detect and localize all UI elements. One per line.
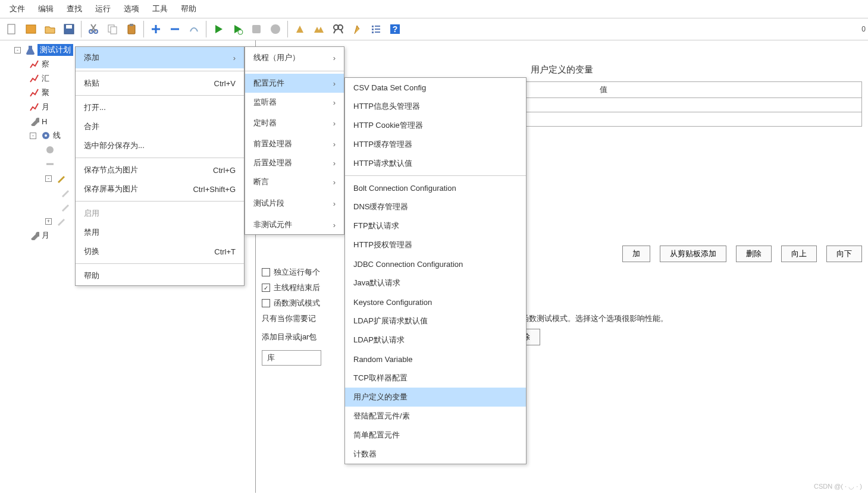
watermark: CSDN @( · ◡ · ) bbox=[814, 483, 862, 490]
delete-button[interactable]: 删除 bbox=[736, 246, 772, 262]
ctx-add[interactable]: 添加› bbox=[76, 47, 244, 68]
add-part-button[interactable]: 加 bbox=[622, 246, 650, 262]
ctx-enable: 启用 bbox=[76, 204, 244, 223]
ctx-keystore-config[interactable]: Keystore Configuration bbox=[345, 292, 526, 311]
pencil-icon bbox=[61, 202, 70, 212]
ctx-ftp-request-defaults[interactable]: FTP默认请求 bbox=[345, 216, 526, 235]
ctx-jdbc-connection[interactable]: JDBC Connection Configuration bbox=[345, 254, 526, 273]
ctx-simple-config[interactable]: 简单配置元件 bbox=[345, 426, 526, 445]
ctx-http-cookie-manager[interactable]: HTTP Cookie管理器 bbox=[345, 116, 526, 135]
ctx-preprocessor[interactable]: 前置处理器› bbox=[245, 134, 344, 153]
clear-all-icon[interactable] bbox=[309, 20, 328, 39]
ctx-ldap-defaults[interactable]: LDAP默认请求 bbox=[345, 331, 526, 350]
cut-icon[interactable] bbox=[84, 20, 103, 39]
ctx-postprocessor[interactable]: 后置处理器› bbox=[245, 153, 344, 172]
ctx-save-screen-image[interactable]: 保存屏幕为图片Ctrl+Shift+G bbox=[76, 180, 244, 199]
chart-icon bbox=[30, 88, 39, 97]
ctx-assertion[interactable]: 断言› bbox=[245, 172, 344, 191]
search-icon[interactable] bbox=[328, 20, 347, 39]
separator bbox=[345, 175, 526, 176]
checkbox-run-each[interactable] bbox=[262, 268, 270, 276]
menu-help[interactable]: 帮助 bbox=[175, 2, 202, 15]
gear-icon bbox=[41, 131, 51, 140]
menu-edit[interactable]: 编辑 bbox=[32, 2, 59, 15]
open-icon[interactable] bbox=[40, 20, 59, 39]
checkbox-teardown[interactable]: ✓ bbox=[262, 284, 270, 292]
copy-icon[interactable] bbox=[103, 20, 122, 39]
start-no-timers-icon[interactable] bbox=[228, 20, 247, 39]
separator bbox=[287, 21, 288, 37]
ctx-http-auth-manager[interactable]: HTTP授权管理器 bbox=[345, 235, 526, 254]
ctx-random-variable[interactable]: Random Variable bbox=[345, 350, 526, 369]
ctx-save-node-image[interactable]: 保存节点为图片Ctrl+G bbox=[76, 161, 244, 180]
menu-options[interactable]: 选项 bbox=[118, 2, 145, 15]
checkbox-functional[interactable] bbox=[262, 299, 270, 307]
pencil-icon bbox=[57, 216, 66, 226]
library-input[interactable]: 库 bbox=[262, 350, 321, 366]
ctx-disable[interactable]: 禁用 bbox=[76, 223, 244, 242]
collapse-icon[interactable]: - bbox=[14, 47, 21, 54]
chevron-right-icon: › bbox=[333, 178, 336, 187]
expand-icon[interactable] bbox=[146, 20, 165, 39]
menu-file[interactable]: 文件 bbox=[4, 2, 31, 15]
ctx-non-test[interactable]: 非测试元件› bbox=[245, 215, 344, 234]
help-icon[interactable]: ? bbox=[386, 20, 405, 39]
ctx-bolt-connection[interactable]: Bolt Connection Configuration bbox=[345, 178, 526, 197]
move-down-button[interactable]: 向下 bbox=[826, 246, 862, 262]
ctx-test-fragment[interactable]: 测试片段› bbox=[245, 191, 344, 215]
ctx-user-defined-variables[interactable]: 用户定义的变量 bbox=[345, 388, 526, 407]
chart-icon bbox=[30, 74, 39, 83]
ctx-help[interactable]: 帮助 bbox=[76, 266, 244, 285]
ctx-login-config[interactable]: 登陆配置元件/素 bbox=[345, 407, 526, 426]
clear-icon[interactable] bbox=[290, 20, 309, 39]
ctx-timer[interactable]: 定时器› bbox=[245, 112, 344, 134]
toggle-icon[interactable] bbox=[184, 20, 203, 39]
ctx-counter[interactable]: 计数器 bbox=[345, 445, 526, 464]
ctx-http-cache-manager[interactable]: HTTP缓存管理器 bbox=[345, 135, 526, 154]
ctx-ldap-ext-defaults[interactable]: LDAP扩展请求默认值 bbox=[345, 311, 526, 331]
templates-icon[interactable] bbox=[21, 20, 40, 39]
chevron-right-icon: › bbox=[333, 159, 336, 168]
new-icon[interactable] bbox=[2, 20, 21, 39]
context-menu-add: 线程（用户）› 配置元件› 监听器› 定时器› 前置处理器› 后置处理器› 断言… bbox=[245, 46, 344, 235]
menu-run[interactable]: 运行 bbox=[89, 2, 117, 15]
ctx-dns-cache-manager[interactable]: DNS缓存管理器 bbox=[345, 197, 526, 216]
menu-tools[interactable]: 工具 bbox=[146, 2, 174, 15]
ctx-threads[interactable]: 线程（用户）› bbox=[245, 47, 344, 68]
svg-rect-1 bbox=[26, 25, 36, 33]
reset-search-icon[interactable] bbox=[347, 20, 366, 39]
chart-icon bbox=[30, 102, 39, 112]
menu-search[interactable]: 查找 bbox=[61, 2, 88, 15]
ctx-toggle[interactable]: 切换Ctrl+T bbox=[76, 242, 244, 261]
svg-rect-7 bbox=[111, 27, 117, 34]
collapse-icon[interactable] bbox=[165, 20, 184, 39]
pencil-icon bbox=[57, 174, 66, 183]
ctx-java-request-defaults[interactable]: Java默认请求 bbox=[345, 273, 526, 292]
shutdown-icon[interactable] bbox=[266, 20, 285, 39]
collapse-icon[interactable]: - bbox=[30, 133, 36, 139]
add-from-clipboard-button[interactable]: 从剪贴板添加 bbox=[660, 246, 726, 262]
ctx-save-selection[interactable]: 选中部分保存为... bbox=[76, 136, 244, 155]
ctx-paste[interactable]: 粘贴Ctrl+V bbox=[76, 74, 244, 93]
start-icon[interactable] bbox=[209, 20, 228, 39]
context-menu-main: 添加› 粘贴Ctrl+V 打开... 合并 选中部分保存为... 保存节点为图片… bbox=[75, 46, 245, 286]
svg-rect-17 bbox=[372, 32, 374, 33]
expand-icon[interactable]: + bbox=[45, 218, 52, 225]
stop-icon[interactable] bbox=[247, 20, 266, 39]
ctx-listener[interactable]: 监听器› bbox=[245, 93, 344, 112]
chevron-right-icon: › bbox=[233, 54, 236, 62]
ctx-http-request-defaults[interactable]: HTTP请求默认值 bbox=[345, 154, 526, 173]
move-up-button[interactable]: 向上 bbox=[781, 246, 817, 262]
separator bbox=[143, 21, 144, 37]
paste-icon[interactable] bbox=[122, 20, 141, 39]
function-helper-icon[interactable] bbox=[366, 20, 386, 39]
save-icon[interactable] bbox=[59, 20, 79, 39]
toolbar: ? 0 bbox=[0, 18, 868, 40]
ctx-tcp-sampler-config[interactable]: TCP取样器配置 bbox=[345, 369, 526, 388]
ctx-merge[interactable]: 合并 bbox=[76, 117, 244, 136]
ctx-open[interactable]: 打开... bbox=[76, 98, 244, 117]
ctx-http-header-manager[interactable]: HTTP信息头管理器 bbox=[345, 97, 526, 116]
collapse-icon[interactable]: - bbox=[45, 175, 52, 182]
ctx-csv-data-set[interactable]: CSV Data Set Config bbox=[345, 78, 526, 97]
ctx-config-element[interactable]: 配置元件› bbox=[245, 74, 344, 93]
